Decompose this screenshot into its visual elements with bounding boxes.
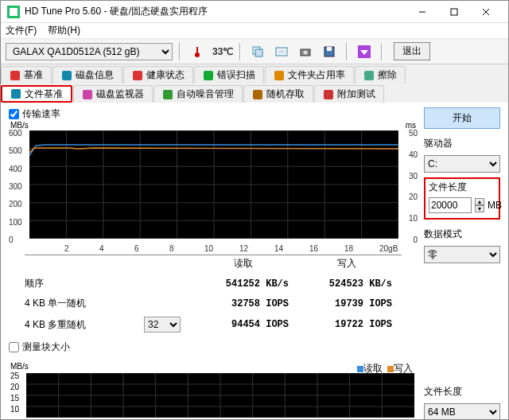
chart2-plot (26, 373, 414, 418)
tab-label: 擦除 (378, 68, 397, 82)
mode-label: 数据模式 (424, 228, 500, 241)
minimize-button[interactable] (406, 2, 438, 21)
tab-0[interactable]: 基准 (1, 66, 52, 84)
content-area: 传输速率 MB/s ms 600500400300200100050403020… (1, 103, 508, 420)
drive-select[interactable]: GALAX QA1D0512A (512 gB) (6, 43, 173, 60)
tab-3[interactable]: 错误扫描 (194, 66, 264, 84)
tab-8[interactable]: 自动噪音管理 (153, 85, 243, 103)
row-4k-multi-read: 94454 IOPS (192, 319, 295, 330)
screenshot-button[interactable] (271, 41, 292, 62)
row-seq-label: 顺序 (25, 277, 144, 290)
filelen2-select[interactable]: 64 MB (424, 403, 500, 420)
chart1-yl-2: 400 (9, 165, 22, 173)
chart1-x-1: 4 (99, 244, 104, 253)
file-length-box: 文件长度 ▲▼ MB (424, 177, 500, 220)
blocksize-checkbox[interactable] (9, 342, 19, 352)
row-4k-multi-label: 4 KB 多重随机 (25, 318, 144, 332)
svg-rect-3 (451, 9, 457, 15)
svg-rect-26 (253, 90, 262, 99)
maximize-button[interactable] (438, 2, 470, 21)
svg-rect-17 (10, 71, 20, 80)
svg-rect-15 (327, 47, 332, 51)
tab-row-1: 基准磁盘信息健康状态错误扫描文件夹占用率擦除 (1, 64, 508, 84)
filelen-unit: MB (488, 200, 502, 211)
chart1-yr-2: 30 (409, 172, 418, 181)
exit-button[interactable]: 退出 (394, 42, 430, 60)
save-button[interactable] (319, 41, 340, 62)
transfer-chart: MB/s ms 600500400300200100050403020100 (9, 122, 418, 243)
tab-icon (82, 89, 93, 100)
svg-rect-22 (364, 71, 374, 80)
tab-icon (132, 70, 143, 81)
chart1-yl-4: 200 (9, 200, 22, 208)
copy-button[interactable] (247, 41, 268, 62)
down-button[interactable] (354, 41, 375, 62)
tab-10[interactable]: 附加测试 (314, 85, 384, 103)
start-button[interactable]: 开始 (424, 107, 500, 129)
transfer-rate-checkbox[interactable] (9, 109, 19, 119)
row-4k-single-read: 32758 IOPS (192, 298, 295, 309)
legend-read: 读取 (363, 363, 383, 374)
target-drive-select[interactable]: C: (424, 155, 500, 173)
tab-6[interactable]: 文件基准 (1, 85, 72, 103)
menu-file[interactable]: 文件(F) (6, 24, 37, 37)
blocksize-check[interactable]: 测量块大小 (9, 340, 418, 354)
tab-label: 磁盘信息 (76, 68, 114, 82)
chart1-yr-1: 40 (409, 150, 418, 159)
row-4k-single-write: 19739 IOPS (295, 298, 398, 309)
toolbar-sep (179, 43, 181, 60)
svg-rect-18 (62, 71, 72, 80)
chart1-yl-1: 500 (9, 146, 22, 155)
tabstrip: 基准磁盘信息健康状态错误扫描文件夹占用率擦除 文件基准磁盘监视器自动噪音管理随机… (1, 64, 508, 103)
filelen-spinner[interactable]: ▲▼ (475, 198, 484, 212)
filelen2-label: 文件长度 (424, 385, 500, 399)
queue-depth-select[interactable]: 32 (144, 317, 181, 332)
row-4k-multi-write: 19722 IOPS (295, 319, 398, 330)
chart1-x-4: 10 (204, 244, 213, 253)
filelen-label: 文件长度 (429, 181, 497, 194)
camera-button[interactable] (295, 41, 316, 62)
chart1-x-0: 2 (64, 244, 69, 253)
toolbar-sep4 (381, 43, 383, 60)
tab-7[interactable]: 磁盘监视器 (73, 85, 153, 103)
svg-rect-11 (278, 50, 285, 53)
chart1-yl-3: 300 (9, 182, 22, 191)
chart1-x-9: 20gB (379, 244, 398, 253)
tab-1[interactable]: 磁盘信息 (52, 66, 122, 84)
toolbar-sep3 (346, 43, 348, 60)
tab-icon (10, 70, 21, 81)
mode-select[interactable]: 零 (424, 246, 500, 263)
results-table: 读取 写入 顺序 541252 KB/s 524523 KB/s 4 KB 单一… (9, 255, 418, 332)
transfer-rate-check[interactable]: 传输速率 (9, 107, 418, 121)
svg-rect-25 (163, 90, 173, 99)
svg-rect-1 (10, 8, 17, 16)
chart1-yr-0: 50 (409, 129, 418, 138)
row-seq-write: 524523 KB/s (295, 278, 398, 290)
tab-label: 健康状态 (146, 68, 185, 82)
transfer-rate-label: 传输速率 (22, 107, 60, 121)
menu-help[interactable]: 帮助(H) (48, 24, 80, 37)
svg-rect-19 (133, 71, 142, 80)
tab-icon (274, 70, 285, 81)
toolbar-sep2 (239, 43, 241, 60)
tab-4[interactable]: 文件夹占用率 (265, 66, 354, 84)
tab-label: 文件基准 (25, 88, 63, 101)
titlebar: HD Tune Pro 5.60 - 硬盘/固态硬盘实用程序 (1, 1, 508, 23)
tab-label: 基准 (24, 68, 43, 82)
close-button[interactable] (470, 2, 502, 21)
tab-icon (162, 89, 173, 100)
chart1-x-8: 18 (344, 244, 353, 253)
tab-5[interactable]: 擦除 (355, 66, 406, 84)
tab-2[interactable]: 健康状态 (123, 66, 193, 84)
chart1-yl-0: 600 (9, 129, 22, 138)
tab-label: 文件夹占用率 (288, 68, 345, 82)
chart1-x-6: 14 (274, 244, 283, 253)
tab-9[interactable]: 随机存取 (243, 85, 313, 103)
svg-rect-20 (204, 71, 213, 80)
chart2-yl-1: 20 (10, 383, 19, 391)
chart1-yr-5: 0 (413, 235, 418, 244)
svg-point-13 (304, 50, 308, 54)
tab-label: 自动噪音管理 (177, 88, 234, 101)
tab-icon (203, 70, 214, 81)
filelen-input[interactable] (429, 197, 472, 213)
